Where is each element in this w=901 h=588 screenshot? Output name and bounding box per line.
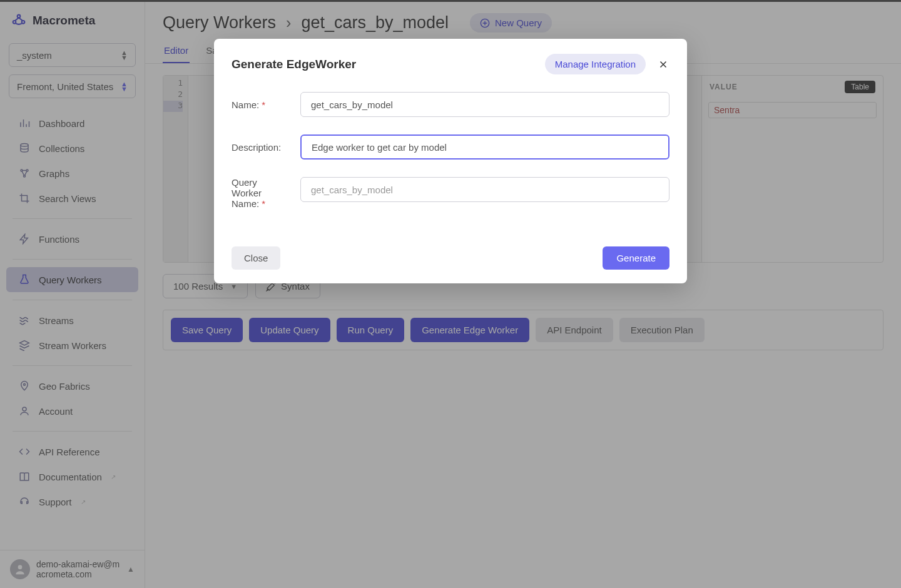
generate-edgeworker-modal: Generate EdgeWorker Manage Integration N… [214,39,687,283]
query-worker-name-label: Query Worker Name: * [232,177,289,209]
manage-integration-button[interactable]: Manage Integration [545,54,646,74]
modal-overlay: Generate EdgeWorker Manage Integration N… [0,0,901,588]
query-worker-name-input [300,177,669,202]
modal-title: Generate EdgeWorker [232,58,356,71]
modal-generate-button[interactable]: Generate [603,246,669,270]
close-icon[interactable] [657,58,669,71]
description-label: Description: [232,142,289,153]
name-input[interactable] [300,92,669,117]
description-input[interactable] [300,134,669,160]
name-label: Name: * [232,99,289,110]
modal-close-button[interactable]: Close [232,246,280,270]
